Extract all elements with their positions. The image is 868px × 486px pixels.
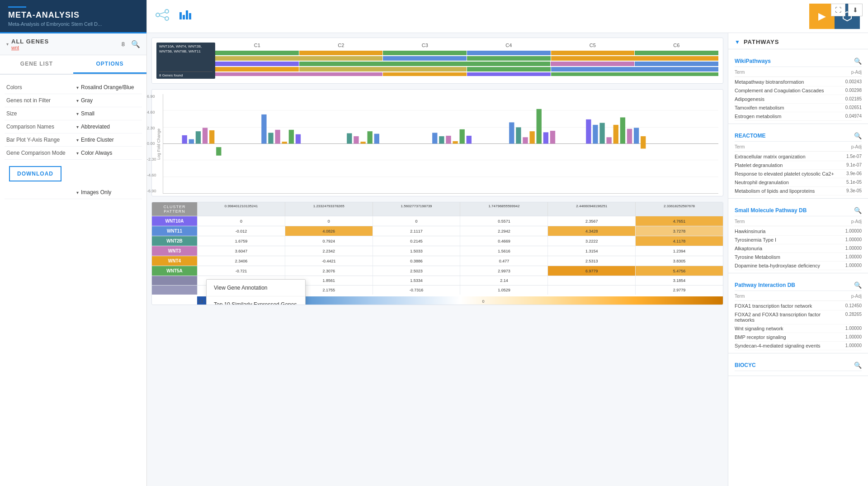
svg-rect-15	[182, 135, 187, 144]
tab-options[interactable]: OPTIONS	[73, 55, 146, 74]
pathway-col-term-smpdb: Term	[735, 219, 745, 224]
pathway-term: Estrogen metabolism	[735, 114, 837, 119]
gene-filter-bar: ▾ ALL GENES wnt 8 🔍	[0, 33, 146, 55]
download-button[interactable]: DOWNLOAD	[9, 166, 61, 181]
svg-rect-47	[599, 123, 604, 144]
pathway-term: Adipogenesis	[735, 96, 837, 102]
pathway-term: Syndecan-4-mediated signaling events	[735, 343, 837, 348]
pathway-term: Wnt signaling network	[735, 326, 837, 331]
th-val-1: 1.23324793378265	[285, 202, 373, 216]
option-value-size[interactable]: ▾ Small	[76, 110, 94, 117]
pathway-search-icon-wiki[interactable]: 🔍	[854, 57, 862, 65]
pathway-row: Response to elevated platelet cytosolic …	[735, 170, 862, 178]
bar-plot-axis-value: Entire Cluster	[81, 137, 114, 143]
pathway-padj: 1.00000	[837, 246, 862, 251]
option-value-gene-comparison-mode[interactable]: ▾ Color Always	[76, 150, 112, 156]
th-val-5: 2.33618252587678	[635, 202, 723, 216]
option-value-bar-plot-axis[interactable]: ▾ Entire Cluster	[76, 137, 114, 143]
heatmap-stripe-row-2	[215, 56, 718, 61]
pathway-col-headers-smpdb: Term p-Adj	[735, 218, 862, 226]
option-value-genes-not-in-filter[interactable]: ▾ Gray	[76, 97, 93, 104]
pathway-term: Complement and Coagulation Cascades	[735, 88, 837, 93]
barchart-section: ⛶ ⬇ Log Fold Change 6.90 4.60 2.30 0.00 …	[151, 89, 723, 196]
svg-rect-42	[537, 109, 542, 144]
context-menu-item-annotation[interactable]: View Gene Annotation	[207, 280, 305, 296]
app-title: META-ANALYSIS	[8, 10, 138, 20]
topbar: ▶	[147, 0, 868, 33]
gene-label-wnt3: WNT3	[152, 246, 197, 256]
option-value-comparison-names[interactable]: ▾ Abbreviated	[76, 124, 110, 130]
gene-count: 8	[122, 41, 125, 48]
pathway-padj: 0.04974	[837, 114, 862, 119]
pathway-padj: 1.00000	[837, 237, 862, 243]
svg-rect-39	[516, 127, 521, 143]
pathway-row: Hawkinsinuria 1.00000	[735, 227, 862, 236]
pathway-row: Adipogenesis 0.02185	[735, 95, 862, 104]
svg-rect-35	[453, 141, 458, 143]
pathway-row: Dopamine beta-hydroxylase deficiency 1.0…	[735, 262, 862, 270]
pathway-collapse-arrow[interactable]: ▼	[735, 39, 740, 45]
td-wnt3-5: 1.2394	[635, 246, 723, 256]
th-val-4: 2.44660948196251	[547, 202, 635, 216]
svg-rect-50	[620, 117, 625, 143]
col-header-c4: C4	[467, 43, 551, 48]
svg-point-2	[165, 17, 169, 20]
pathway-search-icon-pidb[interactable]: 🔍	[854, 281, 862, 289]
pathway-col-padj-smpdb: p-Adj	[851, 219, 862, 224]
pathway-row: Neutrophil degranulation 5.1e-05	[735, 178, 862, 187]
svg-rect-36	[460, 129, 465, 144]
svg-rect-25	[289, 130, 294, 144]
col-header-c3: C3	[383, 43, 467, 48]
pathway-padj: 0.28265	[837, 312, 862, 323]
td-wnt11-4: 4.3428	[547, 226, 635, 236]
pathway-search-icon-biocyc[interactable]: 🔍	[854, 362, 862, 369]
svg-rect-31	[374, 134, 379, 144]
option-label-colors: Colors	[6, 84, 76, 91]
pathway-section-smpdb: Small Molecule Pathway DB 🔍 Term p-Adj H…	[728, 199, 868, 273]
table-row-wnt5a: WNT5A -0.721 2.3076 2.5023 2.9973 6.9779…	[152, 266, 723, 276]
network-icon-button[interactable]	[155, 9, 170, 24]
td-wnt5a-0: -0.721	[197, 266, 285, 276]
pathway-row: Metapathway biotransformation 0.00243	[735, 78, 862, 86]
td-wnt2b-5: 4.1178	[635, 236, 723, 246]
td-wnt10a-0: 0	[197, 216, 285, 226]
pathway-col-term-reactome: Term	[735, 144, 745, 149]
option-bar-plot-axis: Bar Plot Y-Axis Range ▾ Entire Cluster	[5, 133, 142, 147]
td-wnt3-0: 3.6047	[197, 246, 285, 256]
pathway-term: Platelet degranulation	[735, 162, 837, 168]
td-wnt4-3: 0.477	[460, 256, 547, 266]
pathway-search-icon-smpdb[interactable]: 🔍	[854, 207, 862, 214]
pathway-search-icon-reactome[interactable]: 🔍	[854, 132, 862, 139]
th-cluster: CLUSTER PATTERN	[152, 202, 197, 216]
pathway-term: Tyrosine Metabolism	[735, 254, 837, 260]
td-wnt10a-2: 0	[373, 216, 460, 226]
td-wnt2b-1: 0.7924	[285, 236, 373, 246]
col-header-c2: C2	[299, 43, 383, 48]
table-row-wnt2b: WNT2B 1.6759 0.7924 0.2145 0.4669 3.2222…	[152, 236, 723, 246]
pathway-db-header-smpdb: Small Molecule Pathway DB 🔍	[735, 203, 862, 216]
option-value-images-only[interactable]: ▾ Images Only	[76, 189, 111, 195]
td-wnt11-5: 3.7278	[635, 226, 723, 236]
gene-label-wnt5a: WNT5A	[152, 266, 197, 276]
option-colors: Colors ▾ Rosalind Orange/Blue	[5, 81, 142, 94]
tab-gene-list[interactable]: GENE LIST	[0, 55, 73, 74]
barchart-icon-button[interactable]	[179, 9, 193, 24]
table-header-row: CLUSTER PATTERN 0.998401210135241 1.2332…	[152, 202, 723, 216]
table-row-wnt4: WNT4 2.3406 -0.4421 0.3886 0.477 2.5313 …	[152, 256, 723, 266]
td-extra2-3: 1.0529	[460, 286, 547, 295]
option-value-colors[interactable]: ▾ Rosalind Orange/Blue	[76, 84, 134, 91]
td-wnt11-2: 2.1117	[373, 226, 460, 236]
pathway-term: FOXA2 and FOXA3 transcription factor net…	[735, 312, 837, 323]
collapse-arrow-icon: ▾	[6, 42, 9, 47]
svg-rect-45	[586, 119, 591, 144]
context-menu-item-top10[interactable]: Top 10 Similarly Expressed Genes	[207, 296, 305, 305]
gene-search-button[interactable]: 🔍	[131, 40, 140, 48]
svg-rect-52	[634, 128, 639, 143]
pathway-padj: 0.00243	[837, 79, 862, 85]
gene-filter-label[interactable]: ▾ ALL GENES wnt	[6, 38, 49, 50]
pathway-db-header-biocyc: BIOCYC 🔍	[735, 358, 862, 371]
svg-rect-44	[550, 131, 555, 143]
pathway-padj: 9.3e-05	[837, 188, 862, 194]
genes-not-filter-value: Gray	[81, 97, 93, 104]
gene-label-wnt11: WNT11	[152, 226, 197, 236]
